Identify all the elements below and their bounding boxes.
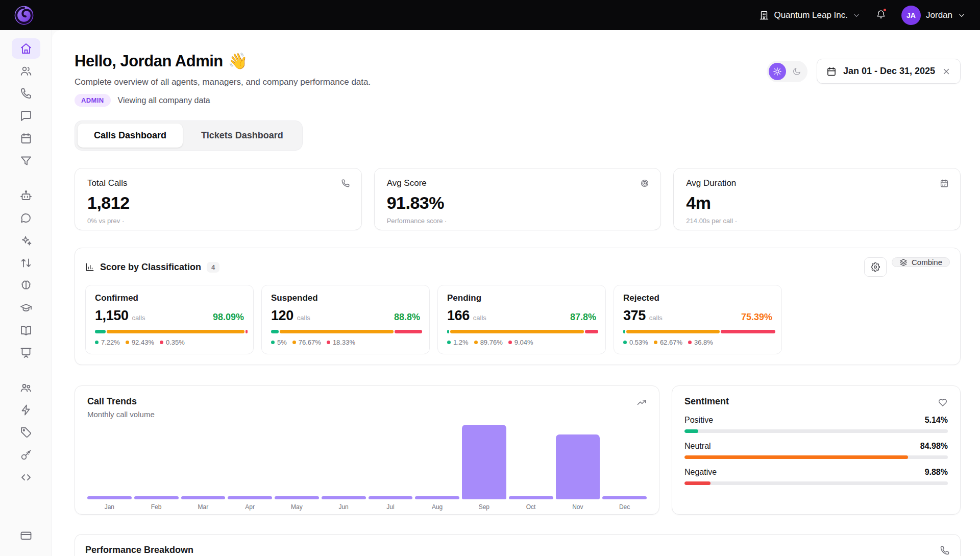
sidebar-item-bot[interactable] xyxy=(12,185,40,206)
legend-item: 0.35% xyxy=(160,339,185,346)
calendar-days-icon xyxy=(940,179,949,188)
page-title: Hello, Jordan Admin 👋 xyxy=(75,52,371,70)
notifications-button[interactable] xyxy=(876,9,886,21)
book-open-icon xyxy=(20,324,32,336)
sidebar-item-brain[interactable] xyxy=(12,275,40,296)
legend-item: 5% xyxy=(271,339,287,346)
call-trends-x-axis: JanFebMarAprMayJunJulAugSepOctNovDec xyxy=(87,503,647,511)
org-switcher[interactable]: Quantum Leap Inc. xyxy=(759,10,861,20)
classification-count-badge: 4 xyxy=(207,262,219,273)
tab-tickets-dashboard[interactable]: Tickets Dashboard xyxy=(185,124,300,148)
legend-item: 36.8% xyxy=(688,339,713,346)
phone-icon xyxy=(341,179,350,188)
role-badge: ADMIN xyxy=(75,94,111,107)
date-range-picker[interactable]: Jan 01 - Dec 31, 2025 xyxy=(817,59,961,84)
sentiment-label: Negative xyxy=(684,468,717,477)
combine-button[interactable]: Combine xyxy=(892,257,950,267)
stat-title: Avg Score xyxy=(387,178,649,188)
classification-panel: Score by Classification 4 Combine xyxy=(75,248,961,365)
segment-2 xyxy=(395,330,422,333)
sidebar-item-message-circle[interactable] xyxy=(12,208,40,228)
classification-calls: 1,150 xyxy=(95,308,129,324)
sidebar-item-credit-card[interactable] xyxy=(12,525,40,546)
sidebar-item-sparkles[interactable] xyxy=(12,230,40,251)
stat-value: 91.83% xyxy=(387,193,649,213)
sidebar-item-graduation-cap[interactable] xyxy=(12,298,40,318)
classification-calls-unit: calls xyxy=(473,314,486,322)
classification-calls-unit: calls xyxy=(649,314,663,322)
stat-cards-row: Total Calls1,8120% vs prev ·Avg Score91.… xyxy=(75,168,961,230)
stat-note: 0% vs prev · xyxy=(87,217,349,225)
performance-breakdown-panel: Performance Breakdown Total CallsActive … xyxy=(75,534,961,556)
stat-note: 214.00s per call · xyxy=(686,217,948,225)
building-icon xyxy=(759,10,769,20)
trending-up-icon xyxy=(636,397,647,407)
chevron-down-icon xyxy=(958,11,966,19)
sidebar-item-home[interactable] xyxy=(12,38,40,59)
sidebar-item-phone[interactable] xyxy=(12,83,40,104)
sidebar xyxy=(0,30,52,556)
sidebar-item-code[interactable] xyxy=(12,467,40,488)
sidebar-item-team[interactable] xyxy=(12,377,40,398)
sidebar-item-message-square[interactable] xyxy=(12,106,40,126)
x-axis-tick: Mar xyxy=(181,503,226,511)
heart-icon xyxy=(938,397,948,407)
moon-icon xyxy=(792,67,801,76)
notification-dot xyxy=(883,8,887,12)
user-menu[interactable]: JA Jordan xyxy=(901,6,966,25)
legend-item: 1.2% xyxy=(447,339,469,346)
trend-bar-apr xyxy=(228,496,272,499)
team-icon xyxy=(20,381,32,394)
classification-progress-bar xyxy=(623,330,772,333)
sidebar-item-arrow-up-down[interactable] xyxy=(12,253,40,273)
segment-1 xyxy=(626,330,720,333)
filter-icon xyxy=(20,155,32,167)
dark-mode-button[interactable] xyxy=(788,63,805,80)
sidebar-item-tags[interactable] xyxy=(12,422,40,443)
sidebar-item-presentation[interactable] xyxy=(12,343,40,363)
key-icon xyxy=(20,449,32,461)
segment-0 xyxy=(623,330,625,333)
sidebar-item-users[interactable] xyxy=(12,61,40,81)
sidebar-item-key[interactable] xyxy=(12,445,40,465)
call-trends-chart xyxy=(87,419,647,499)
classification-name: Suspended xyxy=(271,293,420,303)
classification-settings-button[interactable] xyxy=(864,257,887,277)
classification-title: Score by Classification xyxy=(100,262,201,273)
trend-bar-jan xyxy=(87,496,132,499)
classification-card-confirmed[interactable]: Confirmed1,150calls98.09%7.22%92.43%0.35… xyxy=(85,285,254,354)
sentiment-fill xyxy=(684,429,698,433)
x-axis-tick: Jul xyxy=(369,503,413,511)
classification-legend: 1.2%89.76%9.04% xyxy=(447,339,596,346)
phone-icon xyxy=(940,545,950,555)
clear-date-icon[interactable] xyxy=(942,67,951,76)
tab-calls-dashboard[interactable]: Calls Dashboard xyxy=(78,124,183,148)
sidebar-item-book-open[interactable] xyxy=(12,320,40,341)
sentiment-track xyxy=(684,481,948,485)
sidebar-item-calendar[interactable] xyxy=(12,128,40,149)
legend-item: 62.67% xyxy=(654,339,682,346)
light-mode-button[interactable] xyxy=(769,63,786,80)
users-icon xyxy=(20,65,32,77)
x-axis-tick: Apr xyxy=(228,503,272,511)
sidebar-item-filter[interactable] xyxy=(12,151,40,171)
trend-bar-jul xyxy=(369,496,413,499)
sidebar-group xyxy=(12,184,40,364)
classification-card-suspended[interactable]: Suspended120calls88.8%5%76.67%18.33% xyxy=(261,285,430,354)
legend-item: 9.04% xyxy=(508,339,533,346)
trend-bar-nov xyxy=(556,434,600,499)
message-square-icon xyxy=(20,110,32,122)
performance-title: Performance Breakdown xyxy=(85,545,193,555)
classification-name: Pending xyxy=(447,293,596,303)
theme-toggle xyxy=(767,61,807,82)
call-trends-title: Call Trends xyxy=(87,396,647,407)
classification-card-rejected[interactable]: Rejected375calls75.39%0.53%62.67%36.8% xyxy=(614,285,782,354)
classification-card-pending[interactable]: Pending166calls87.8%1.2%89.76%9.04% xyxy=(437,285,606,354)
stat-title: Total Calls xyxy=(87,178,349,188)
legend-item: 76.67% xyxy=(292,339,321,346)
classification-calls: 166 xyxy=(447,308,470,324)
app-logo[interactable] xyxy=(13,5,35,26)
date-range-value: Jan 01 - Dec 31, 2025 xyxy=(843,66,935,77)
sidebar-item-zap[interactable] xyxy=(12,400,40,420)
code-icon xyxy=(20,471,32,484)
